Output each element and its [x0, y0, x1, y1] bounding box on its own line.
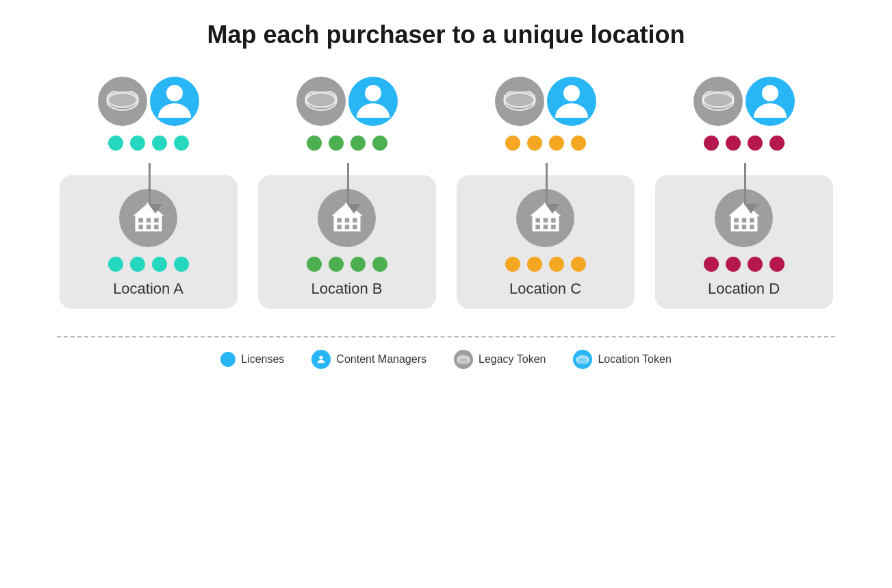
page-title: Map each purchaser to a unique location [207, 21, 685, 49]
svg-rect-47 [750, 225, 754, 229]
dot-b-3 [351, 136, 366, 151]
svg-point-38 [762, 85, 778, 101]
dots-row-c [505, 136, 586, 151]
legend-lt-icon [454, 350, 473, 369]
location-dots-c [505, 257, 586, 272]
legend-cm-svg [316, 354, 327, 365]
svg-rect-35 [551, 225, 556, 229]
purchaser-icons-a [98, 77, 199, 126]
dot-a-4 [174, 136, 189, 151]
svg-rect-43 [741, 218, 746, 222]
location-label-d: Location D [708, 280, 780, 298]
loc-dot-c-2 [527, 257, 542, 272]
person-icon-c [547, 77, 596, 126]
token-icon-c [495, 77, 544, 126]
column-b: Location B [255, 77, 439, 309]
svg-rect-32 [551, 218, 556, 222]
legend-lt-label: Legacy Token [479, 353, 546, 366]
legend-loct-icon [573, 350, 592, 369]
svg-point-1 [107, 91, 138, 107]
loc-dot-a-3 [152, 257, 167, 272]
svg-point-50 [457, 356, 469, 362]
svg-rect-34 [543, 225, 548, 229]
svg-rect-6 [138, 218, 143, 222]
loc-dot-d-2 [726, 257, 741, 272]
legend-location-token: Location Token [573, 350, 671, 369]
svg-rect-21 [337, 225, 342, 229]
svg-rect-22 [344, 225, 349, 229]
svg-rect-33 [535, 225, 540, 229]
person-icon-d [746, 77, 795, 126]
loc-dot-b-2 [329, 257, 344, 272]
svg-rect-45 [734, 225, 739, 229]
svg-rect-7 [146, 218, 151, 222]
purchaser-icons-b [296, 77, 398, 126]
divider [57, 336, 835, 337]
legend-loct-svg [576, 355, 589, 364]
dot-a-1 [108, 136, 123, 151]
dots-row-a [108, 136, 189, 151]
legend-cm-label: Content Managers [336, 353, 426, 366]
loc-dot-d-3 [748, 257, 763, 272]
svg-rect-23 [353, 225, 357, 229]
loc-dot-b-3 [351, 257, 366, 272]
svg-point-2 [166, 85, 183, 101]
token-icon-d [693, 77, 743, 126]
svg-point-25 [504, 91, 535, 107]
dot-a-3 [152, 136, 167, 151]
location-dots-d [704, 257, 785, 272]
location-dots-b [307, 257, 387, 272]
svg-rect-46 [741, 225, 746, 229]
loc-dot-b-1 [307, 257, 322, 272]
legend-licenses-dot [220, 352, 235, 367]
svg-point-48 [320, 356, 323, 359]
svg-rect-20 [353, 218, 357, 222]
dots-row-b [307, 136, 387, 151]
person-svg-d [746, 77, 795, 126]
person-svg-b [348, 77, 398, 126]
loc-dot-a-2 [130, 257, 145, 272]
svg-point-13 [305, 91, 336, 107]
dot-d-2 [726, 136, 741, 151]
svg-point-26 [563, 85, 580, 101]
dot-d-3 [748, 136, 763, 151]
legend-lt-svg [457, 355, 470, 364]
loc-dot-a-1 [108, 257, 123, 272]
dot-c-2 [527, 136, 542, 151]
person-svg-a [150, 77, 199, 126]
dot-b-1 [307, 136, 322, 151]
dot-b-4 [372, 136, 387, 151]
loc-dot-c-1 [505, 257, 520, 272]
legend-legacy-token: Legacy Token [454, 350, 546, 369]
loc-dot-b-4 [372, 257, 387, 272]
svg-rect-30 [535, 218, 540, 222]
dot-c-1 [505, 136, 520, 151]
location-label-b: Location B [311, 280, 383, 298]
svg-point-14 [365, 85, 381, 101]
legend: Licenses Content Managers Legacy Token L… [220, 350, 672, 369]
purchaser-icons-c [495, 77, 596, 126]
svg-rect-18 [337, 218, 342, 222]
loc-dot-a-4 [174, 257, 189, 272]
legend-licenses: Licenses [220, 352, 284, 367]
dot-b-2 [329, 136, 344, 151]
svg-rect-8 [154, 218, 159, 222]
svg-rect-44 [750, 218, 754, 222]
loc-dot-d-1 [704, 257, 719, 272]
dots-row-d [704, 136, 785, 151]
svg-rect-42 [734, 218, 739, 222]
legend-content-managers: Content Managers [311, 350, 426, 369]
token-icon-b [296, 77, 346, 126]
person-svg-c [547, 77, 596, 126]
location-label-c: Location C [509, 280, 581, 298]
legend-cm-icon [311, 350, 331, 369]
legend-loct-label: Location Token [598, 353, 671, 366]
loc-dot-c-3 [549, 257, 564, 272]
person-icon-a [150, 77, 199, 126]
columns-wrapper: Location A [56, 77, 837, 309]
svg-point-52 [577, 356, 589, 362]
svg-rect-9 [138, 225, 143, 229]
coin-svg-d [702, 91, 735, 112]
person-icon-b [348, 77, 398, 126]
coin-svg-a [106, 91, 139, 112]
